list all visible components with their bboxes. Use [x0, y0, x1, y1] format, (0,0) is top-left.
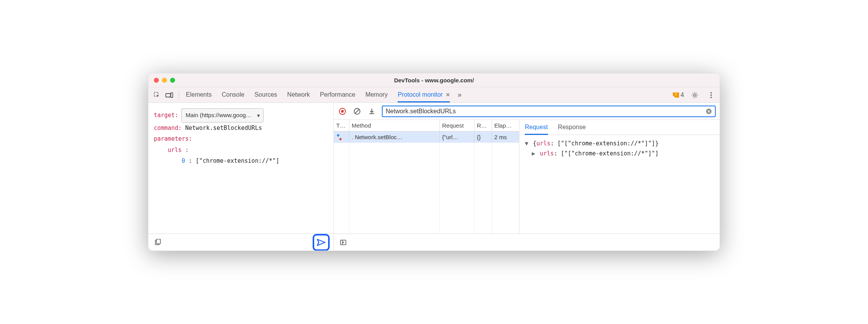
row-method: Network.setBloc…	[355, 134, 402, 140]
row-request: {"url…	[440, 131, 475, 143]
parameters-label: parameters:	[154, 135, 192, 142]
command-row: command: Network.setBlockedURLs	[154, 123, 328, 134]
svg-rect-2	[171, 93, 173, 97]
row-elapsed: 2 ms	[492, 131, 519, 143]
warnings-badge[interactable]: 4	[673, 92, 684, 99]
detail-pane: Request Response ▼ {urls: ["["chrome-ext…	[519, 120, 720, 234]
warning-icon	[673, 92, 679, 98]
detail-tab-request[interactable]: Request	[525, 122, 548, 135]
kebab-menu-icon[interactable]	[706, 90, 717, 101]
col-type[interactable]: T…	[334, 120, 349, 131]
close-tab-icon[interactable]: ×	[446, 91, 450, 98]
row-response: {}	[475, 131, 492, 143]
parameters-row: parameters:	[154, 133, 328, 145]
clear-icon[interactable]	[352, 107, 362, 116]
detail-body: ▼ {urls: ["["chrome-extension://*"]"]} ▶…	[519, 135, 720, 234]
detail-tabs: Request Response	[519, 120, 720, 135]
param-index: 0	[182, 157, 185, 164]
tab-network[interactable]: Network	[287, 88, 310, 102]
titlebar: DevTools - www.google.com/	[148, 73, 720, 87]
download-icon[interactable]	[367, 107, 376, 116]
window-title: DevTools - www.google.com/	[394, 77, 474, 84]
tab-performance[interactable]: Performance	[320, 88, 356, 102]
target-select[interactable]: Main (https://www.goog…	[181, 108, 264, 123]
tab-memory[interactable]: Memory	[365, 88, 388, 102]
monitor-mid: T… Method Request R… Elap… .Network.setB…	[334, 120, 720, 234]
param-key: urls :	[168, 147, 189, 153]
zoom-window-button[interactable]	[170, 78, 175, 83]
command-label: command:	[154, 124, 182, 131]
command-editor: target: Main (https://www.goog… command:…	[148, 103, 334, 234]
param-value: ["chrome-extension://*"]	[196, 157, 279, 164]
monitor-toolbar: Network.setBlockedURLs	[334, 103, 720, 120]
tree-line-1[interactable]: ▼ {urls: ["["chrome-extension://*"]"]}	[525, 139, 714, 149]
more-tabs-icon[interactable]: »	[458, 91, 461, 99]
minimize-window-button[interactable]	[162, 78, 167, 83]
row-type-icon	[334, 131, 349, 143]
collapse-arrow-icon[interactable]: ▶	[532, 149, 536, 159]
svg-rect-8	[157, 239, 160, 244]
messages-grid: T… Method Request R… Elap… .Network.setB…	[334, 120, 519, 234]
traffic-lights	[154, 78, 175, 83]
tab-sources[interactable]: Sources	[254, 88, 277, 102]
devtools-window: DevTools - www.google.com/ Elements Cons…	[148, 73, 720, 251]
clear-filter-icon[interactable]	[706, 108, 712, 114]
tree-line-2[interactable]: ▶ urls: ["["chrome-extension://*"]"]	[532, 149, 714, 159]
filter-input[interactable]: Network.setBlockedURLs	[382, 106, 716, 117]
expand-arrow-icon[interactable]: ▼	[525, 139, 529, 149]
col-method[interactable]: Method	[349, 120, 440, 131]
svg-point-6	[710, 97, 712, 98]
editor-footbar	[148, 234, 334, 251]
toggle-sidebar-icon[interactable]	[338, 237, 349, 248]
col-response[interactable]: R…	[475, 120, 492, 131]
svg-point-5	[710, 94, 712, 96]
tab-protocol-monitor[interactable]: Protocol monitor ×	[398, 88, 450, 102]
tab-label: Protocol monitor	[398, 91, 443, 98]
grid-empty	[334, 143, 519, 234]
tab-elements[interactable]: Elements	[186, 88, 212, 102]
toolbar-right: 4	[673, 90, 717, 101]
send-command-button[interactable]	[313, 234, 330, 251]
copy-icon[interactable]	[152, 237, 163, 248]
param-item-row: 0 : ["chrome-extension://*"]	[182, 155, 328, 167]
record-icon[interactable]	[338, 107, 347, 116]
command-editor-pane: target: Main (https://www.goog… command:…	[148, 103, 334, 251]
svg-point-3	[694, 94, 696, 96]
param-urls-row: urls :	[168, 145, 328, 156]
target-row: target: Main (https://www.goog…	[154, 108, 328, 123]
filter-value: Network.setBlockedURLs	[386, 108, 456, 115]
panel-body: target: Main (https://www.goog… command:…	[148, 103, 720, 251]
target-label: target:	[154, 110, 178, 121]
monitor-footbar	[334, 234, 720, 251]
warning-count: 4	[681, 92, 684, 99]
inspect-icon[interactable]	[151, 90, 162, 101]
panel-tabs: Elements Console Sources Network Perform…	[186, 88, 450, 102]
col-elapsed[interactable]: Elap…	[492, 120, 519, 131]
detail-tab-response[interactable]: Response	[558, 122, 586, 135]
svg-rect-1	[166, 94, 170, 97]
svg-rect-10	[341, 110, 344, 113]
col-request[interactable]: Request	[440, 120, 475, 131]
close-window-button[interactable]	[154, 78, 159, 83]
device-toolbar-icon[interactable]	[164, 90, 175, 101]
settings-icon[interactable]	[689, 90, 700, 101]
main-tabbar: Elements Console Sources Network Perform…	[148, 87, 720, 103]
svg-line-12	[355, 109, 359, 113]
grid-header: T… Method Request R… Elap…	[334, 120, 519, 131]
monitor-pane: Network.setBlockedURLs T… Method Request…	[334, 103, 720, 251]
command-value: Network.setBlockedURLs	[185, 124, 262, 131]
separator	[179, 91, 179, 99]
grid-row[interactable]: .Network.setBloc… {"url… {} 2 ms	[334, 131, 519, 143]
svg-point-4	[710, 92, 712, 94]
tab-console[interactable]: Console	[222, 88, 245, 102]
